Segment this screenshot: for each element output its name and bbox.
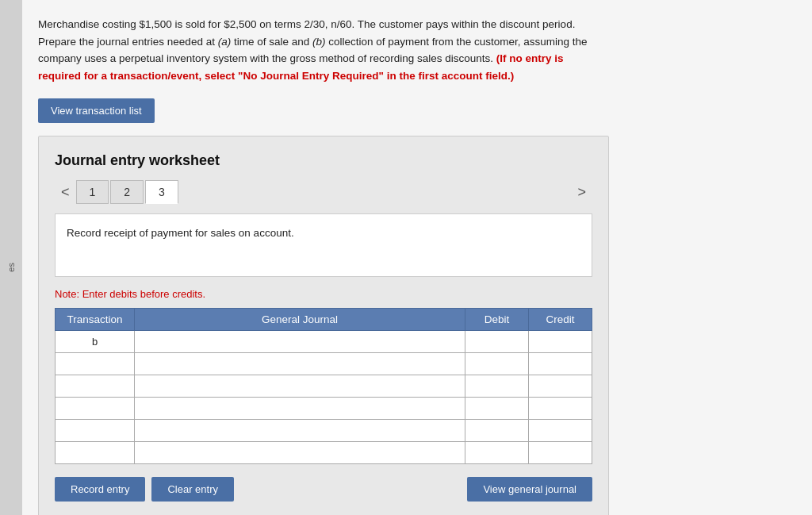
row5-journal[interactable] xyxy=(135,420,465,442)
tab-nav-left[interactable]: < xyxy=(55,185,76,199)
row6-transaction xyxy=(56,442,135,464)
instruction-text: Record receipt of payment for sales on a… xyxy=(67,227,294,239)
row2-journal-input[interactable] xyxy=(138,356,462,371)
view-general-journal-button[interactable]: View general journal xyxy=(467,477,592,502)
table-row xyxy=(56,353,592,375)
row1-journal[interactable] xyxy=(135,331,465,353)
view-transaction-button[interactable]: View transaction list xyxy=(38,98,155,123)
row6-credit[interactable] xyxy=(529,442,592,464)
row1-credit-input[interactable] xyxy=(532,334,588,349)
row5-journal-input[interactable] xyxy=(138,423,462,438)
row5-transaction xyxy=(56,420,135,442)
clear-entry-button[interactable]: Clear entry xyxy=(151,477,234,502)
row1-debit-input[interactable] xyxy=(469,334,525,349)
col-header-debit: Debit xyxy=(465,309,529,331)
row4-credit-input[interactable] xyxy=(532,401,588,416)
journal-table: Transaction General Journal Debit Credit… xyxy=(55,308,592,464)
row2-credit[interactable] xyxy=(529,353,592,375)
row3-debit[interactable] xyxy=(465,375,529,398)
row3-credit-input[interactable] xyxy=(532,379,588,394)
note-text: Note: Enter debits before credits. xyxy=(55,288,592,300)
table-row xyxy=(56,375,592,398)
tab-2[interactable]: 2 xyxy=(110,180,144,204)
row2-credit-input[interactable] xyxy=(532,356,588,371)
row4-debit[interactable] xyxy=(465,398,529,420)
row5-credit[interactable] xyxy=(529,420,592,442)
sidebar-label: es xyxy=(6,263,16,272)
row6-credit-input[interactable] xyxy=(532,445,588,460)
row6-journal[interactable] xyxy=(135,442,465,464)
row1-transaction: b xyxy=(56,331,135,353)
col-header-credit: Credit xyxy=(529,309,592,331)
row3-journal[interactable] xyxy=(135,375,465,398)
table-row xyxy=(56,420,592,442)
row3-transaction xyxy=(56,375,135,398)
row1-debit[interactable] xyxy=(465,331,529,353)
tabs-row: < 1 2 3 > xyxy=(55,180,592,204)
instruction-box: Record receipt of payment for sales on a… xyxy=(55,213,592,277)
row5-credit-input[interactable] xyxy=(532,423,588,438)
tab-1[interactable]: 1 xyxy=(76,180,109,204)
main-content: Merchandise costing $1,500 is sold for $… xyxy=(22,0,812,515)
row6-debit[interactable] xyxy=(465,442,529,464)
row6-debit-input[interactable] xyxy=(469,445,525,460)
row5-debit-input[interactable] xyxy=(469,423,525,438)
col-header-journal: General Journal xyxy=(135,309,465,331)
row4-debit-input[interactable] xyxy=(469,401,525,416)
row2-transaction xyxy=(56,353,135,375)
row4-journal[interactable] xyxy=(135,398,465,420)
row1-credit[interactable] xyxy=(529,331,592,353)
problem-text-part2: time of sale and xyxy=(231,36,312,48)
left-edge-panel: es xyxy=(0,0,22,515)
worksheet-container: Journal entry worksheet < 1 2 3 > Record… xyxy=(38,136,609,515)
row5-debit[interactable] xyxy=(465,420,529,442)
row2-debit[interactable] xyxy=(465,353,529,375)
problem-text: Merchandise costing $1,500 is sold for $… xyxy=(38,16,609,84)
tab-3[interactable]: 3 xyxy=(145,180,178,204)
row3-debit-input[interactable] xyxy=(469,379,525,394)
row4-transaction xyxy=(56,398,135,420)
tab-nav-right[interactable]: > xyxy=(571,185,592,199)
table-row: b xyxy=(56,331,592,353)
worksheet-title: Journal entry worksheet xyxy=(55,152,592,169)
col-header-transaction: Transaction xyxy=(56,309,135,331)
row2-journal[interactable] xyxy=(135,353,465,375)
row3-credit[interactable] xyxy=(529,375,592,398)
row4-credit[interactable] xyxy=(529,398,592,420)
row2-debit-input[interactable] xyxy=(469,356,525,371)
row1-journal-input[interactable] xyxy=(138,334,462,349)
table-row xyxy=(56,442,592,464)
problem-italic-b: (b) xyxy=(312,36,326,48)
row6-journal-input[interactable] xyxy=(138,445,462,460)
problem-italic-a: (a) xyxy=(218,36,232,48)
row4-journal-input[interactable] xyxy=(138,401,462,416)
table-row xyxy=(56,398,592,420)
action-buttons: Record entry Clear entry View general jo… xyxy=(55,477,592,502)
record-entry-button[interactable]: Record entry xyxy=(55,477,145,502)
row3-journal-input[interactable] xyxy=(138,379,462,394)
